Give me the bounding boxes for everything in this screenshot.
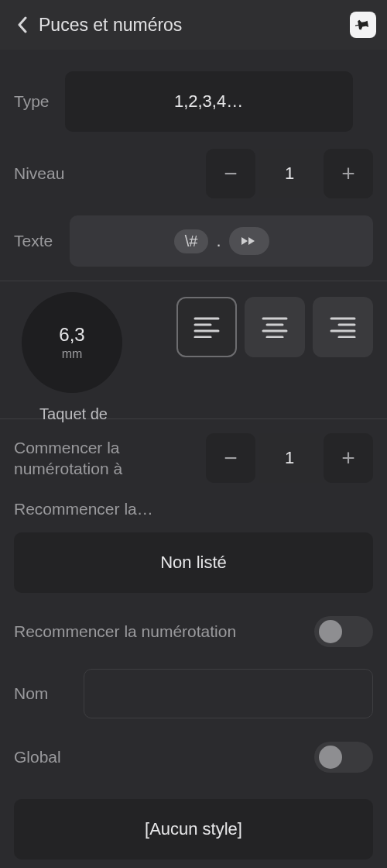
restart-label: Recommencer la… <box>14 500 373 518</box>
restart-toggle-label: Recommencer la numérotation <box>14 622 236 641</box>
align-right-icon <box>330 316 356 338</box>
niveau-value[interactable]: 1 <box>259 149 320 198</box>
niveau-label: Niveau <box>14 164 64 183</box>
style-value: [Aucun style] <box>145 819 242 839</box>
chevron-left-icon <box>17 16 28 33</box>
texte-token: \# <box>174 229 209 253</box>
restart-toggle[interactable] <box>314 616 373 647</box>
tab-stop-unit: mm <box>62 347 83 361</box>
global-label: Global <box>14 748 61 766</box>
tab-stop-number: 6,3 <box>59 324 84 346</box>
start-plus-button[interactable]: + <box>324 433 373 483</box>
back-button[interactable] <box>11 13 34 36</box>
nom-input[interactable] <box>84 669 373 718</box>
align-right-button[interactable] <box>313 297 373 357</box>
tab-stop-caption: Taquet de <box>15 405 132 423</box>
panel-title: Puces et numéros <box>39 15 182 36</box>
niveau-plus-button[interactable]: + <box>324 149 373 198</box>
start-label: Commencer la numérotation à <box>14 437 169 480</box>
texte-separator: . <box>214 231 222 251</box>
pin-icon <box>355 17 371 33</box>
align-center-icon <box>262 316 288 338</box>
texte-tab-icon <box>229 227 269 255</box>
tab-stop-value[interactable]: 6,3 mm <box>22 292 122 393</box>
start-stepper: − 1 + <box>206 433 373 483</box>
align-left-button[interactable] <box>176 297 237 357</box>
nom-label: Nom <box>14 684 48 703</box>
start-minus-button[interactable]: − <box>206 433 255 483</box>
niveau-stepper: − 1 + <box>206 149 373 198</box>
pin-button[interactable] <box>350 12 376 38</box>
niveau-minus-button[interactable]: − <box>206 149 255 198</box>
type-select[interactable]: 1,2,3,4… <box>65 71 353 132</box>
non-liste-value: Non listé <box>160 553 227 573</box>
texte-field[interactable]: \# . <box>70 215 373 267</box>
align-left-icon <box>194 316 220 338</box>
non-liste-select[interactable]: Non listé <box>14 532 373 593</box>
align-center-button[interactable] <box>245 297 305 357</box>
align-group <box>176 297 373 357</box>
type-label: Type <box>14 92 50 111</box>
style-select[interactable]: [Aucun style] <box>14 799 373 859</box>
start-value[interactable]: 1 <box>259 433 320 483</box>
type-value: 1,2,3,4… <box>174 91 243 112</box>
toggle-knob <box>319 620 342 643</box>
toggle-knob <box>319 746 342 769</box>
divider <box>0 281 387 281</box>
global-toggle[interactable] <box>314 742 373 773</box>
texte-label: Texte <box>14 232 53 250</box>
